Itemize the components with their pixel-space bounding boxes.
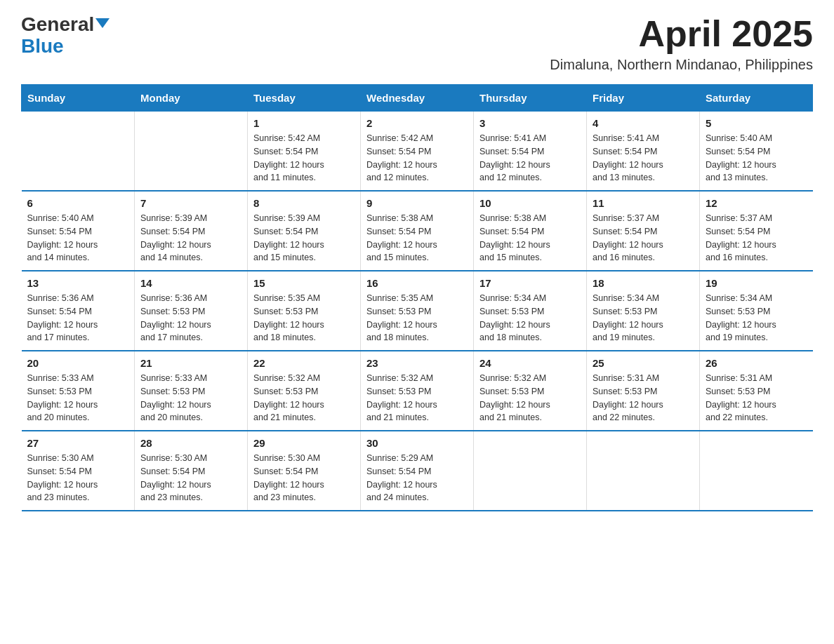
day-number: 22 bbox=[253, 357, 355, 369]
day-number: 15 bbox=[253, 277, 355, 289]
table-row: 12Sunrise: 5:37 AM Sunset: 5:54 PM Dayli… bbox=[700, 191, 813, 271]
day-info: Sunrise: 5:31 AM Sunset: 5:53 PM Dayligh… bbox=[706, 372, 807, 424]
month-title: April 2025 bbox=[550, 14, 813, 54]
day-info: Sunrise: 5:32 AM Sunset: 5:53 PM Dayligh… bbox=[479, 372, 581, 424]
day-number: 11 bbox=[593, 197, 694, 209]
calendar-week-row: 27Sunrise: 5:30 AM Sunset: 5:54 PM Dayli… bbox=[22, 431, 813, 511]
day-info: Sunrise: 5:37 AM Sunset: 5:54 PM Dayligh… bbox=[706, 212, 807, 264]
table-row bbox=[700, 431, 813, 511]
day-number: 30 bbox=[366, 437, 468, 449]
day-info: Sunrise: 5:32 AM Sunset: 5:53 PM Dayligh… bbox=[253, 372, 355, 424]
day-number: 19 bbox=[706, 277, 807, 289]
day-number: 13 bbox=[27, 277, 129, 289]
table-row: 1Sunrise: 5:42 AM Sunset: 5:54 PM Daylig… bbox=[248, 112, 361, 192]
day-info: Sunrise: 5:42 AM Sunset: 5:54 PM Dayligh… bbox=[253, 132, 355, 185]
day-number: 29 bbox=[253, 437, 355, 449]
table-row bbox=[135, 112, 248, 192]
logo-triangle-icon bbox=[95, 18, 110, 28]
day-number: 26 bbox=[706, 357, 807, 369]
table-row: 21Sunrise: 5:33 AM Sunset: 5:53 PM Dayli… bbox=[135, 351, 248, 431]
table-row: 24Sunrise: 5:32 AM Sunset: 5:53 PM Dayli… bbox=[474, 351, 587, 431]
table-row: 18Sunrise: 5:34 AM Sunset: 5:53 PM Dayli… bbox=[587, 271, 700, 351]
header-saturday: Saturday bbox=[700, 85, 813, 112]
table-row: 23Sunrise: 5:32 AM Sunset: 5:53 PM Dayli… bbox=[361, 351, 474, 431]
table-row: 11Sunrise: 5:37 AM Sunset: 5:54 PM Dayli… bbox=[587, 191, 700, 271]
day-info: Sunrise: 5:34 AM Sunset: 5:53 PM Dayligh… bbox=[479, 292, 581, 344]
table-row: 13Sunrise: 5:36 AM Sunset: 5:54 PM Dayli… bbox=[22, 271, 135, 351]
calendar-header-row: Sunday Monday Tuesday Wednesday Thursday… bbox=[22, 85, 813, 112]
title-area: April 2025 Dimaluna, Northern Mindanao, … bbox=[550, 14, 813, 73]
table-row: 3Sunrise: 5:41 AM Sunset: 5:54 PM Daylig… bbox=[474, 112, 587, 192]
header-wednesday: Wednesday bbox=[361, 85, 474, 112]
day-info: Sunrise: 5:34 AM Sunset: 5:53 PM Dayligh… bbox=[593, 292, 694, 344]
day-number: 16 bbox=[366, 277, 468, 289]
table-row: 2Sunrise: 5:42 AM Sunset: 5:54 PM Daylig… bbox=[361, 112, 474, 192]
day-info: Sunrise: 5:41 AM Sunset: 5:54 PM Dayligh… bbox=[479, 132, 581, 185]
logo-text: GeneralBlue bbox=[21, 14, 110, 58]
day-number: 2 bbox=[366, 117, 468, 129]
table-row: 28Sunrise: 5:30 AM Sunset: 5:54 PM Dayli… bbox=[135, 431, 248, 511]
table-row: 16Sunrise: 5:35 AM Sunset: 5:53 PM Dayli… bbox=[361, 271, 474, 351]
day-info: Sunrise: 5:42 AM Sunset: 5:54 PM Dayligh… bbox=[366, 132, 468, 185]
day-number: 3 bbox=[479, 117, 581, 129]
table-row: 27Sunrise: 5:30 AM Sunset: 5:54 PM Dayli… bbox=[22, 431, 135, 511]
day-number: 27 bbox=[27, 437, 129, 449]
table-row: 30Sunrise: 5:29 AM Sunset: 5:54 PM Dayli… bbox=[361, 431, 474, 511]
day-number: 1 bbox=[253, 117, 355, 129]
day-number: 28 bbox=[140, 437, 241, 449]
location-title: Dimaluna, Northern Mindanao, Philippines bbox=[550, 57, 813, 73]
table-row: 9Sunrise: 5:38 AM Sunset: 5:54 PM Daylig… bbox=[361, 191, 474, 271]
table-row: 4Sunrise: 5:41 AM Sunset: 5:54 PM Daylig… bbox=[587, 112, 700, 192]
calendar-week-row: 6Sunrise: 5:40 AM Sunset: 5:54 PM Daylig… bbox=[22, 191, 813, 271]
header-monday: Monday bbox=[135, 85, 248, 112]
header-tuesday: Tuesday bbox=[248, 85, 361, 112]
day-number: 14 bbox=[140, 277, 241, 289]
day-number: 4 bbox=[593, 117, 694, 129]
logo-area: GeneralBlue bbox=[21, 14, 110, 58]
day-info: Sunrise: 5:41 AM Sunset: 5:54 PM Dayligh… bbox=[593, 132, 694, 185]
header-thursday: Thursday bbox=[474, 85, 587, 112]
day-info: Sunrise: 5:33 AM Sunset: 5:53 PM Dayligh… bbox=[27, 372, 129, 424]
table-row: 25Sunrise: 5:31 AM Sunset: 5:53 PM Dayli… bbox=[587, 351, 700, 431]
day-number: 9 bbox=[366, 197, 468, 209]
table-row: 17Sunrise: 5:34 AM Sunset: 5:53 PM Dayli… bbox=[474, 271, 587, 351]
calendar-table: Sunday Monday Tuesday Wednesday Thursday… bbox=[21, 84, 813, 511]
day-number: 10 bbox=[479, 197, 581, 209]
day-info: Sunrise: 5:36 AM Sunset: 5:53 PM Dayligh… bbox=[140, 292, 241, 344]
calendar-week-row: 13Sunrise: 5:36 AM Sunset: 5:54 PM Dayli… bbox=[22, 271, 813, 351]
day-info: Sunrise: 5:40 AM Sunset: 5:54 PM Dayligh… bbox=[706, 132, 807, 185]
day-number: 21 bbox=[140, 357, 241, 369]
day-number: 5 bbox=[706, 117, 807, 129]
day-info: Sunrise: 5:35 AM Sunset: 5:53 PM Dayligh… bbox=[253, 292, 355, 344]
day-info: Sunrise: 5:30 AM Sunset: 5:54 PM Dayligh… bbox=[140, 452, 241, 504]
day-info: Sunrise: 5:39 AM Sunset: 5:54 PM Dayligh… bbox=[253, 212, 355, 264]
header-sunday: Sunday bbox=[22, 85, 135, 112]
table-row: 10Sunrise: 5:38 AM Sunset: 5:54 PM Dayli… bbox=[474, 191, 587, 271]
day-info: Sunrise: 5:37 AM Sunset: 5:54 PM Dayligh… bbox=[593, 212, 694, 264]
table-row: 20Sunrise: 5:33 AM Sunset: 5:53 PM Dayli… bbox=[22, 351, 135, 431]
day-number: 25 bbox=[593, 357, 694, 369]
table-row bbox=[22, 112, 135, 192]
day-info: Sunrise: 5:32 AM Sunset: 5:53 PM Dayligh… bbox=[366, 372, 468, 424]
table-row bbox=[587, 431, 700, 511]
table-row: 22Sunrise: 5:32 AM Sunset: 5:53 PM Dayli… bbox=[248, 351, 361, 431]
calendar-week-row: 1Sunrise: 5:42 AM Sunset: 5:54 PM Daylig… bbox=[22, 112, 813, 192]
day-number: 24 bbox=[479, 357, 581, 369]
day-number: 20 bbox=[27, 357, 129, 369]
day-info: Sunrise: 5:34 AM Sunset: 5:53 PM Dayligh… bbox=[706, 292, 807, 344]
header-friday: Friday bbox=[587, 85, 700, 112]
day-info: Sunrise: 5:33 AM Sunset: 5:53 PM Dayligh… bbox=[140, 372, 241, 424]
table-row bbox=[474, 431, 587, 511]
calendar-week-row: 20Sunrise: 5:33 AM Sunset: 5:53 PM Dayli… bbox=[22, 351, 813, 431]
day-info: Sunrise: 5:38 AM Sunset: 5:54 PM Dayligh… bbox=[479, 212, 581, 264]
table-row: 26Sunrise: 5:31 AM Sunset: 5:53 PM Dayli… bbox=[700, 351, 813, 431]
day-info: Sunrise: 5:31 AM Sunset: 5:53 PM Dayligh… bbox=[593, 372, 694, 424]
day-number: 7 bbox=[140, 197, 241, 209]
day-number: 12 bbox=[706, 197, 807, 209]
table-row: 14Sunrise: 5:36 AM Sunset: 5:53 PM Dayli… bbox=[135, 271, 248, 351]
table-row: 29Sunrise: 5:30 AM Sunset: 5:54 PM Dayli… bbox=[248, 431, 361, 511]
logo-blue-text: Blue bbox=[21, 35, 64, 57]
table-row: 6Sunrise: 5:40 AM Sunset: 5:54 PM Daylig… bbox=[22, 191, 135, 271]
day-number: 8 bbox=[253, 197, 355, 209]
table-row: 5Sunrise: 5:40 AM Sunset: 5:54 PM Daylig… bbox=[700, 112, 813, 192]
